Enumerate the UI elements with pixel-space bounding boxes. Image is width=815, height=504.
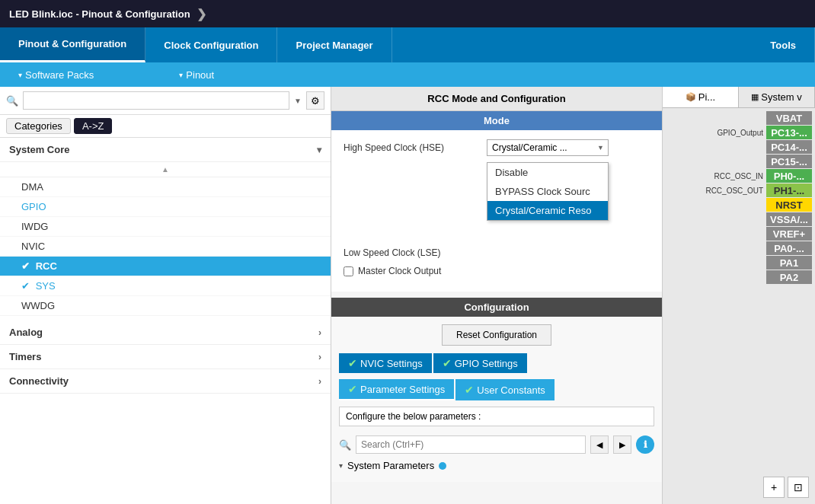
pin-box-vbat[interactable]: VBAT	[766, 111, 812, 125]
rcc-check-icon: ✔	[21, 260, 30, 272]
section-connectivity[interactable]: Connectivity ›	[0, 369, 331, 394]
section-timers[interactable]: Timers ›	[0, 345, 331, 369]
mode-content: High Speed Clock (HSE) Crystal/Ceramic .…	[331, 130, 662, 292]
sidebar-item-gpio[interactable]: GPIO	[0, 197, 331, 217]
sys-check-icon: ✔	[21, 280, 30, 292]
sidebar-search-input[interactable]	[23, 91, 289, 110]
pin-box-pa2[interactable]: PA2	[766, 270, 812, 284]
param-search-input[interactable]	[356, 435, 586, 454]
chip-icon: 📦	[686, 92, 696, 102]
main-layout: 🔍 ▼ ⚙ Categories A->Z System Core ▾ ▲ DM…	[0, 87, 815, 504]
pin-row-vssa: VSSA/...	[666, 212, 812, 226]
sub-tab-pinout[interactable]: ▾ Pinout	[167, 66, 226, 84]
config-tab-nvic[interactable]: ✔ NVIC Settings	[339, 353, 432, 373]
right-tab-pinout[interactable]: 📦 Pi...	[663, 87, 739, 107]
param-search-row: 🔍 ◀ ▶ ℹ	[339, 432, 654, 457]
right-panel: 📦 Pi... ▦ System v VBAT GPIO_Output PC13…	[663, 87, 815, 504]
master-clock-checkbox[interactable]	[344, 266, 353, 276]
pin-box-pa1[interactable]: PA1	[766, 256, 812, 270]
sidebar-item-nvic[interactable]: NVIC	[0, 237, 331, 257]
pin-row-pc13: GPIO_Output PC13-...	[666, 126, 812, 139]
section-system-core[interactable]: System Core ▾	[0, 138, 331, 162]
reset-config-button[interactable]: Reset Configuration	[442, 324, 551, 346]
panel-title: RCC Mode and Configuration	[331, 87, 662, 111]
tab-clock-config[interactable]: Clock Configuration	[145, 27, 277, 62]
tab-project-manager[interactable]: Project Manager	[277, 27, 392, 62]
lse-row: Low Speed Clock (LSE)	[344, 247, 650, 258]
hse-select[interactable]: Crystal/Ceramic ...	[487, 139, 609, 156]
pin-diagram: VBAT GPIO_Output PC13-... PC14-... PC15-…	[663, 108, 815, 287]
pin-box-pc14[interactable]: PC14-...	[766, 140, 812, 154]
pin-row-ph1: RCC_OSC_OUT PH1-...	[666, 183, 812, 197]
pin-row-pa0: PA0-...	[666, 241, 812, 255]
connectivity-chevron: ›	[318, 376, 321, 387]
config-tab-parameter[interactable]: ✔ Parameter Settings	[339, 379, 454, 400]
section-analog[interactable]: Analog ›	[0, 321, 331, 345]
up-arrow-icon[interactable]: ▲	[161, 165, 169, 174]
config-content: Reset Configuration ✔ NVIC Settings ✔ GP…	[331, 317, 662, 482]
pin-row-pa1: PA1	[666, 256, 812, 270]
pin-box-vref[interactable]: VREF+	[766, 227, 812, 241]
right-panel-tabs: 📦 Pi... ▦ System v	[663, 87, 815, 108]
sub-tab-software-packs[interactable]: ▾ Software Packs	[6, 66, 106, 84]
sidebar-item-iwdg[interactable]: IWDG	[0, 217, 331, 237]
zoom-fit-button[interactable]: ⊡	[788, 477, 809, 498]
sub-tab-bar: ▾ Software Packs ▾ Pinout	[0, 62, 815, 87]
right-tab-system[interactable]: ▦ System v	[739, 87, 815, 107]
pin-box-ph1[interactable]: PH1-...	[766, 183, 812, 197]
pin-row-pc14: PC14-...	[666, 140, 812, 154]
sys-params-header: ▾ System Parameters	[339, 457, 654, 474]
config-tabs-row2: ✔ Parameter Settings ✔ User Constants	[339, 379, 654, 400]
zoom-controls: + ⊡	[763, 477, 809, 498]
category-tabs: Categories A->Z	[0, 115, 331, 138]
pin-box-nrst[interactable]: NRST	[766, 198, 812, 212]
cat-tab-categories[interactable]: Categories	[6, 118, 71, 134]
sidebar-item-rcc[interactable]: ✔ RCC	[0, 257, 331, 276]
sidebar-gear-button[interactable]: ⚙	[306, 91, 324, 110]
sys-params-dot	[439, 462, 446, 470]
pin-box-pc15[interactable]: PC15-...	[766, 155, 812, 168]
param-search-icon: 🔍	[339, 439, 351, 451]
sidebar: 🔍 ▼ ⚙ Categories A->Z System Core ▾ ▲ DM…	[0, 87, 331, 504]
mode-section-header: Mode	[331, 111, 662, 130]
sidebar-dropdown-arrow: ▼	[294, 97, 302, 105]
analog-chevron: ›	[318, 327, 321, 338]
configure-text: Configure the below parameters :	[339, 407, 654, 426]
pin-row-nrst: NRST	[666, 198, 812, 212]
pin-box-pa0[interactable]: PA0-...	[766, 241, 812, 255]
sidebar-item-dma[interactable]: DMA	[0, 177, 331, 197]
sidebar-item-sys[interactable]: ✔ SYS	[0, 276, 331, 296]
pin-box-pc13[interactable]: PC13-...	[766, 126, 812, 139]
info-button[interactable]: ℹ	[636, 435, 654, 454]
config-tab-user-constants[interactable]: ✔ User Constants	[455, 379, 555, 400]
hse-label: High Speed Clock (HSE)	[344, 142, 481, 153]
sidebar-item-wwdg[interactable]: WWDG	[0, 296, 331, 316]
search-nav-prev[interactable]: ◀	[590, 435, 609, 454]
search-nav-next[interactable]: ▶	[613, 435, 631, 454]
grid-icon: ▦	[751, 92, 759, 102]
tab-pinout-config[interactable]: Pinout & Configuration	[0, 27, 145, 62]
dropdown-item-bypass[interactable]: BYPASS Clock Sourc	[487, 182, 608, 201]
master-clock-label: Master Clock Output	[358, 266, 441, 276]
hse-row: High Speed Clock (HSE) Crystal/Ceramic .…	[344, 139, 650, 156]
title-bar: LED Blink.ioc - Pinout & Configuration ❯	[0, 0, 815, 27]
master-clock-row: Master Clock Output	[344, 266, 650, 276]
pin-row-vbat: VBAT	[666, 111, 812, 125]
app-title: LED Blink.ioc - Pinout & Configuration	[9, 8, 190, 20]
pin-box-ph0[interactable]: PH0-...	[766, 169, 812, 183]
cat-tab-atoz[interactable]: A->Z	[74, 118, 113, 134]
title-arrow: ❯	[197, 7, 206, 21]
pin-row-ph0: RCC_OSC_IN PH0-...	[666, 169, 812, 183]
main-tab-bar: Pinout & Configuration Clock Configurati…	[0, 27, 815, 62]
tab-tools[interactable]: Tools	[752, 27, 815, 62]
pin-box-vssa[interactable]: VSSA/...	[766, 212, 812, 226]
sys-params-arrow[interactable]: ▾	[339, 461, 343, 470]
config-tab-gpio[interactable]: ✔ GPIO Settings	[433, 353, 527, 373]
zoom-in-button[interactable]: +	[763, 477, 785, 498]
dropdown-item-crystal[interactable]: Crystal/Ceramic Reso	[487, 201, 608, 220]
lse-label: Low Speed Clock (LSE)	[344, 247, 481, 258]
dropdown-item-disable[interactable]: Disable	[487, 163, 608, 182]
pin-label-rcc-osc-in: RCC_OSC_IN	[714, 172, 763, 180]
config-tabs: ✔ NVIC Settings ✔ GPIO Settings	[339, 353, 654, 373]
section-spacer: ▲	[0, 162, 331, 177]
